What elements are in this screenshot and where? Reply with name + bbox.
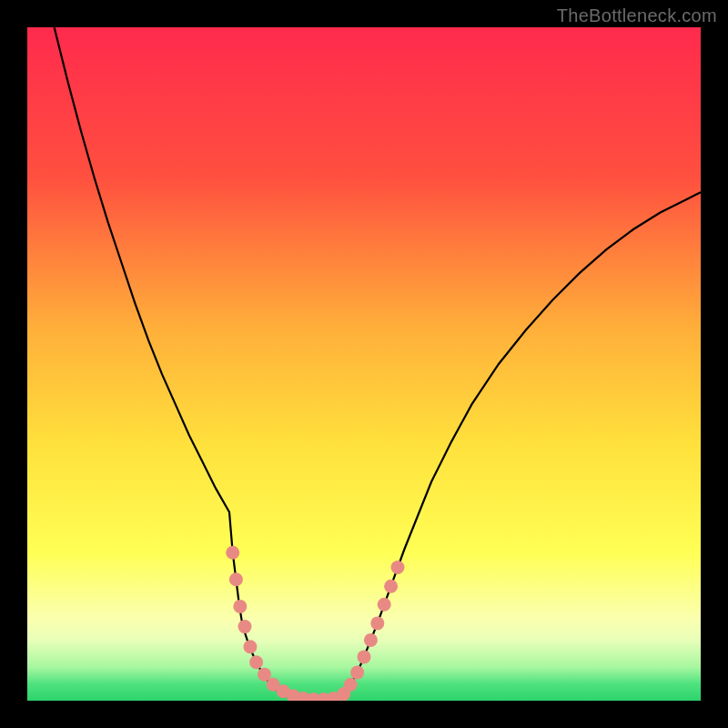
- marker-dot: [384, 580, 398, 593]
- plot-area: [27, 27, 701, 701]
- marker-dot: [344, 678, 358, 692]
- marker-dot: [391, 561, 405, 574]
- marker-dot: [233, 600, 247, 613]
- marker-dot: [249, 655, 263, 669]
- marker-dot: [358, 650, 371, 663]
- stage: TheBottleneck.com: [0, 0, 728, 728]
- marker-dot: [229, 572, 243, 586]
- marker-dot: [238, 620, 252, 633]
- markers-layer: [27, 27, 701, 701]
- marker-dot: [378, 598, 391, 612]
- marker-dot: [243, 640, 257, 653]
- marker-dot: [350, 665, 364, 679]
- marker-dot: [364, 633, 378, 647]
- marker-dot: [226, 546, 239, 560]
- marker-dot: [370, 616, 384, 630]
- watermark-label: TheBottleneck.com: [557, 5, 717, 26]
